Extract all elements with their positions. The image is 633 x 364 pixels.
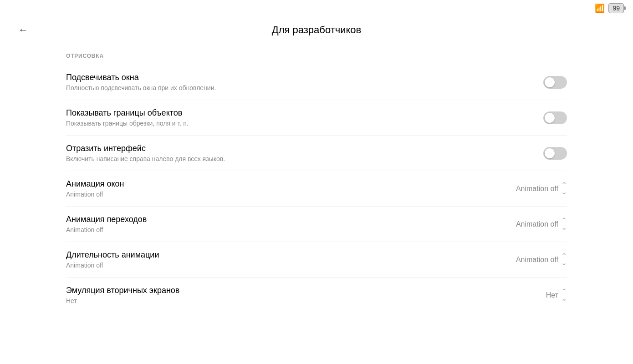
back-arrow-icon[interactable]: ← [18,24,28,36]
animation-duration-value: Animation off [516,256,558,264]
item-subtitle: Animation off [66,191,494,198]
setting-mirror-interface[interactable]: Отразить интерфейс Включить написание сп… [66,136,567,171]
wifi-icon: 📶 [595,3,605,13]
toggle-thumb [545,77,555,87]
item-text: Анимация окон Animation off [66,179,494,198]
item-subtitle: Полностью подсвечивать окна при их обнов… [66,84,494,91]
item-subtitle: Показывать границы обрезки, поля и т. п. [66,120,494,127]
transition-animation-value: Animation off [516,220,558,228]
toggle-thumb [545,113,555,123]
toggle-track [543,76,567,89]
item-text: Подсвечивать окна Полностью подсвечивать… [66,73,494,91]
item-control[interactable]: Нет ⌃⌄ [494,288,567,302]
battery-indicator: 99 [608,3,624,13]
item-text: Анимация переходов Animation off [66,215,494,233]
header: ← Для разработчиков [0,16,633,44]
secondary-display-chevron: ⌃⌄ [561,288,567,302]
setting-show-object-bounds[interactable]: Показывать границы объектов Показывать г… [66,100,567,136]
item-subtitle: Animation off [66,262,494,269]
item-subtitle: Включить написание справа налево для все… [66,155,494,162]
back-button[interactable]: ← [18,24,28,36]
item-title: Подсвечивать окна [66,73,494,82]
battery-level: 99 [613,5,620,12]
animation-duration-chevron: ⌃⌄ [561,253,567,266]
secondary-display-value: Нет [546,291,558,299]
setting-transition-animation[interactable]: Анимация переходов Animation off Animati… [66,207,567,242]
item-title: Анимация окон [66,179,494,189]
item-subtitle: Нет [66,297,494,304]
page-title: Для разработчиков [272,24,362,36]
item-control [494,76,567,89]
item-text: Отразить интерфейс Включить написание сп… [66,144,494,162]
setting-window-animation[interactable]: Анимация окон Animation off Animation of… [66,171,567,207]
item-title: Анимация переходов [66,215,494,224]
section-label: ОТРИСОВКА [66,53,567,65]
content: ОТРИСОВКА Подсвечивать окна Полностью по… [66,44,567,322]
item-title: Эмуляция вторичных экранов [66,286,494,295]
item-text: Показывать границы объектов Показывать г… [66,108,494,127]
toggle-track [543,111,567,124]
setting-animation-duration[interactable]: Длительность анимации Animation off Anim… [66,242,567,278]
toggle-mirror-interface[interactable] [543,147,567,160]
item-title: Отразить интерфейс [66,144,494,153]
item-control [494,147,567,160]
window-animation-value: Animation off [516,185,558,193]
item-title: Длительность анимации [66,250,494,260]
item-control [494,111,567,124]
item-control[interactable]: Animation off ⌃⌄ [494,182,567,195]
section-drawing: ОТРИСОВКА Подсвечивать окна Полностью по… [66,53,567,313]
toggle-highlight-windows[interactable] [543,76,567,89]
window-animation-chevron: ⌃⌄ [561,182,567,195]
item-title: Показывать границы объектов [66,108,494,118]
setting-highlight-windows[interactable]: Подсвечивать окна Полностью подсвечивать… [66,65,567,100]
item-control[interactable]: Animation off ⌃⌄ [494,253,567,266]
item-control[interactable]: Animation off ⌃⌄ [494,217,567,231]
item-text: Длительность анимации Animation off [66,250,494,269]
toggle-thumb [545,148,555,158]
toggle-track [543,147,567,160]
status-bar: 📶 99 [0,0,633,16]
toggle-show-bounds[interactable] [543,111,567,124]
transition-animation-chevron: ⌃⌄ [561,217,567,231]
item-text: Эмуляция вторичных экранов Нет [66,286,494,304]
item-subtitle: Animation off [66,226,494,233]
setting-secondary-display[interactable]: Эмуляция вторичных экранов Нет Нет ⌃⌄ [66,278,567,313]
